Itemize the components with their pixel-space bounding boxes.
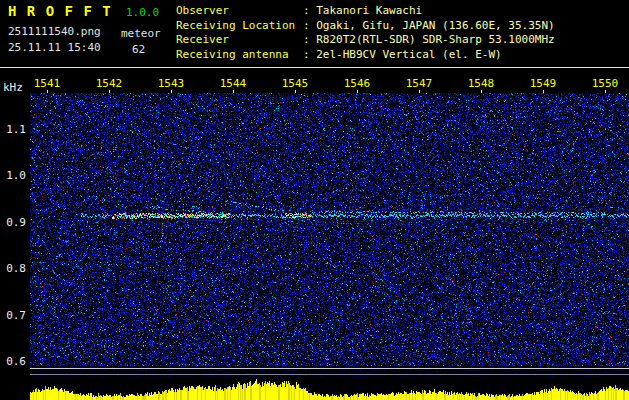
info-colon: : <box>303 33 316 46</box>
x-tick-mark <box>419 90 420 93</box>
info-label: Receiving antenna <box>176 48 303 63</box>
info-colon: : <box>303 4 316 17</box>
y-tick-label: 1.1 <box>0 123 26 136</box>
echo-count: 62 <box>132 43 145 56</box>
x-tick-label: 1547 <box>404 77 434 90</box>
info-colon: : <box>303 48 316 61</box>
spectrogram-canvas <box>30 93 629 377</box>
x-tick-label: 1550 <box>590 77 620 90</box>
timestamp-label: 25.11.11 15:40 <box>8 41 101 54</box>
app-version: 1.0.0 <box>126 6 159 19</box>
x-tick-mark <box>47 90 48 93</box>
x-tick-label: 1546 <box>342 77 372 90</box>
x-tick-label: 1545 <box>280 77 310 90</box>
x-tick-mark <box>233 90 234 93</box>
info-value: Takanori Kawachi <box>316 4 422 17</box>
header-separator-line <box>0 67 629 68</box>
signal-level-canvas <box>0 378 629 400</box>
info-colon: : <box>303 19 316 32</box>
x-tick-mark <box>605 90 606 93</box>
y-tick-label: 0.6 <box>0 355 26 368</box>
info-value: Ogaki, Gifu, JAPAN (136.60E, 35.35N) <box>316 19 554 32</box>
station-info: Observer: Takanori Kawachi Receiving Loc… <box>176 4 555 62</box>
info-label: Observer <box>176 4 303 19</box>
mode-label: meteor <box>121 27 161 40</box>
x-tick-label: 1543 <box>156 77 186 90</box>
x-tick-label: 1548 <box>466 77 496 90</box>
x-tick-label: 1541 <box>32 77 62 90</box>
y-tick-label: 0.7 <box>0 309 26 322</box>
x-tick-mark <box>357 90 358 93</box>
output-filename: 2511111540.png <box>8 25 101 38</box>
info-row-observer: Observer: Takanori Kawachi <box>176 4 555 19</box>
info-label: Receiver <box>176 33 303 48</box>
x-tick-mark <box>295 90 296 93</box>
info-row-receiver: Receiver: R820T2(RTL-SDR) SDR-Sharp 53.1… <box>176 33 555 48</box>
info-value: R820T2(RTL-SDR) SDR-Sharp 53.1000MHz <box>316 33 554 46</box>
x-tick-label: 1549 <box>528 77 558 90</box>
x-tick-mark <box>171 90 172 93</box>
x-tick-mark <box>109 90 110 93</box>
app-title: H R O F F T <box>8 3 112 19</box>
y-tick-label: 0.8 <box>0 262 26 275</box>
y-tick-label: 0.9 <box>0 216 26 229</box>
info-row-location: Receiving Location: Ogaki, Gifu, JAPAN (… <box>176 19 555 34</box>
x-tick-label: 1544 <box>218 77 248 90</box>
x-tick-mark <box>481 90 482 93</box>
info-row-antenna: Receiving antenna: 2el-HB9CV Vertical (e… <box>176 48 555 63</box>
hrofft-output-window: H R O F F T 1.0.0 2511111540.png meteor … <box>0 0 629 400</box>
info-value: 2el-HB9CV Vertical (el. E-W) <box>316 48 501 61</box>
info-label: Receiving Location <box>176 19 303 34</box>
x-tick-label: 1542 <box>94 77 124 90</box>
y-axis-unit-label: kHz <box>3 81 23 94</box>
x-tick-mark <box>543 90 544 93</box>
y-tick-label: 1.0 <box>0 169 26 182</box>
